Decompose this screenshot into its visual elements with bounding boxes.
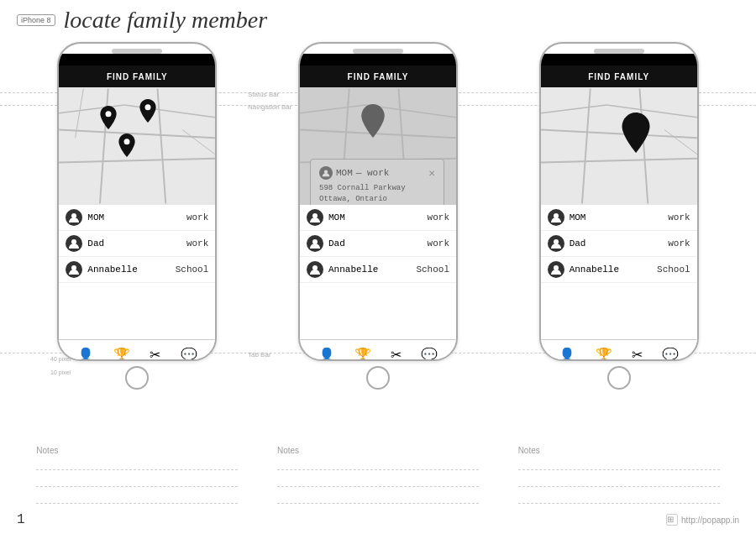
notes-column-1: Notes bbox=[36, 446, 238, 509]
phone3-tab-trophy[interactable]: 🏆 bbox=[596, 347, 612, 361]
phone1-location-dad: work bbox=[186, 238, 208, 249]
notes-line-1a bbox=[36, 458, 238, 470]
svg-line-26 bbox=[541, 159, 697, 163]
phone1-location-annabelle: School bbox=[176, 264, 209, 275]
phone1-tab-chat[interactable]: 💬 bbox=[181, 347, 197, 361]
phone2-avatar-dad bbox=[307, 235, 323, 252]
footer: 1 ⊞ http://popapp.in bbox=[17, 512, 739, 527]
notes-line-2a bbox=[277, 458, 479, 470]
phone2: FIND FAMILY bbox=[298, 42, 458, 361]
phone1-status-bar bbox=[59, 54, 215, 65]
phone3-family-list: MOM work Dad work Annabell bbox=[541, 205, 697, 339]
notes-line-3c bbox=[518, 492, 720, 504]
svg-line-29 bbox=[541, 105, 606, 113]
phone1-home-button[interactable] bbox=[125, 366, 149, 390]
phone1-pin3 bbox=[118, 134, 136, 157]
phone1-pin1 bbox=[99, 106, 118, 129]
popapp-icon: ⊞ bbox=[666, 514, 678, 526]
svg-point-11 bbox=[124, 139, 130, 144]
phone3-bottom bbox=[607, 361, 631, 395]
phone2-avatar-annabelle bbox=[307, 261, 323, 278]
phone2-location-mom: work bbox=[428, 212, 449, 222]
phone2-name-dad: Dad bbox=[328, 238, 423, 249]
phone3-tab-scissors[interactable]: ✂ bbox=[632, 347, 643, 361]
phone2-tab-chat[interactable]: 💬 bbox=[421, 347, 438, 361]
phone1-bottom bbox=[125, 361, 149, 395]
phone2-home-button[interactable] bbox=[366, 366, 390, 390]
phone2-tab-bar: 👤 🏆 ✂ 💬 bbox=[300, 339, 456, 361]
phones-container: FIND FAMILY bbox=[0, 42, 756, 395]
phone2-content: FIND FAMILY bbox=[300, 54, 456, 361]
phone3-avatar-annabelle bbox=[548, 261, 564, 278]
svg-line-3 bbox=[158, 88, 166, 203]
svg-line-27 bbox=[582, 88, 591, 203]
notes-line-1b bbox=[36, 475, 238, 487]
phone1-avatar-mom bbox=[66, 209, 82, 226]
phone3-family-item-mom[interactable]: MOM work bbox=[541, 205, 697, 231]
phone3-content: FIND FAMILY bbox=[541, 54, 697, 361]
phone2-tab-scissors[interactable]: ✂ bbox=[391, 347, 402, 361]
phone3-family-item-annabelle[interactable]: Annabelle School bbox=[541, 257, 697, 283]
phone3-location-annabelle: School bbox=[657, 264, 690, 275]
phone2-nav-title: FIND FAMILY bbox=[348, 72, 409, 81]
phone3-map bbox=[541, 87, 697, 205]
phone1-tab-bar: 👤 🏆 ✂ 💬 bbox=[59, 339, 215, 361]
svg-line-7 bbox=[182, 129, 215, 154]
notes-label-1: Notes bbox=[36, 446, 238, 455]
phone3-family-item-dad[interactable]: Dad work bbox=[541, 231, 697, 257]
phone2-family-item-mom[interactable]: MOM work bbox=[300, 205, 456, 231]
notes-column-3: Notes bbox=[518, 446, 720, 509]
notes-label-3: Notes bbox=[518, 446, 720, 455]
notes-line-1c bbox=[36, 492, 238, 504]
phone1-wrapper: FIND FAMILY bbox=[57, 42, 217, 395]
phone3-avatar-dad bbox=[548, 235, 564, 252]
phone1-location-mom: work bbox=[186, 212, 208, 222]
svg-point-10 bbox=[145, 104, 151, 110]
notes-column-2: Notes bbox=[277, 446, 479, 509]
phone1-map bbox=[59, 87, 215, 205]
page-header: iPhone 8 locate family member bbox=[17, 7, 267, 34]
phone3-nav-title: FIND FAMILY bbox=[588, 72, 649, 81]
phone3-tab-bar: 👤 🏆 ✂ 💬 bbox=[541, 339, 697, 361]
phone3-name-dad: Dad bbox=[570, 238, 664, 249]
phone2-family-item-annabelle[interactable]: Annabelle School bbox=[300, 257, 456, 283]
phone1-family-item-dad[interactable]: Dad work bbox=[59, 231, 215, 257]
phone2-tab-person[interactable]: 👤 bbox=[318, 347, 335, 361]
notes-line-3a bbox=[518, 458, 720, 470]
phone1-name-dad: Dad bbox=[87, 238, 181, 249]
notes-label-2: Notes bbox=[277, 446, 479, 455]
svg-point-9 bbox=[106, 111, 112, 117]
phone3-name-mom: MOM bbox=[570, 212, 664, 222]
phone1-tab-person[interactable]: 👤 bbox=[77, 347, 94, 361]
phone3-pin bbox=[621, 113, 651, 151]
phone1: FIND FAMILY bbox=[57, 42, 217, 361]
phone3-tab-person[interactable]: 👤 bbox=[559, 347, 575, 361]
phone1-nav-title: FIND FAMILY bbox=[107, 72, 168, 81]
phone2-family-list: MOM work Dad work bbox=[300, 205, 456, 339]
phone2-avatar-mom bbox=[307, 209, 323, 226]
phone3-map-svg bbox=[541, 87, 697, 205]
phone2-tab-trophy[interactable]: 🏆 bbox=[354, 347, 371, 361]
phone1-map-svg bbox=[59, 87, 215, 205]
phone2-status-bar bbox=[300, 54, 456, 65]
phone2-family-item-dad[interactable]: Dad work bbox=[300, 231, 456, 257]
iphone-label: iPhone 8 bbox=[17, 14, 55, 26]
phone1-family-item-mom[interactable]: MOM work bbox=[59, 205, 215, 231]
svg-rect-8 bbox=[59, 88, 215, 203]
phone2-name-mom: MOM bbox=[328, 212, 423, 222]
phone1-family-list: MOM work Dad work Annabell bbox=[59, 205, 215, 339]
phone3-name-annabelle: Annabelle bbox=[570, 264, 652, 275]
notes-line-3b bbox=[518, 475, 720, 487]
phone1-tab-trophy[interactable]: 🏆 bbox=[113, 347, 130, 361]
phone1-name-annabelle: Annabelle bbox=[87, 264, 170, 275]
phone1-tab-scissors[interactable]: ✂ bbox=[150, 347, 160, 361]
phone2-wrapper: FIND FAMILY bbox=[298, 42, 458, 395]
phone1-name-mom: MOM bbox=[87, 212, 181, 222]
footer-url: ⊞ http://popapp.in bbox=[666, 514, 739, 526]
phone3-tab-chat[interactable]: 💬 bbox=[662, 347, 679, 361]
svg-line-31 bbox=[664, 129, 696, 154]
phone1-content: FIND FAMILY bbox=[59, 54, 215, 361]
phone3-home-button[interactable] bbox=[607, 366, 631, 390]
phone1-family-item-annabelle[interactable]: Annabelle School bbox=[59, 257, 215, 283]
phone3: FIND FAMILY bbox=[539, 42, 699, 361]
